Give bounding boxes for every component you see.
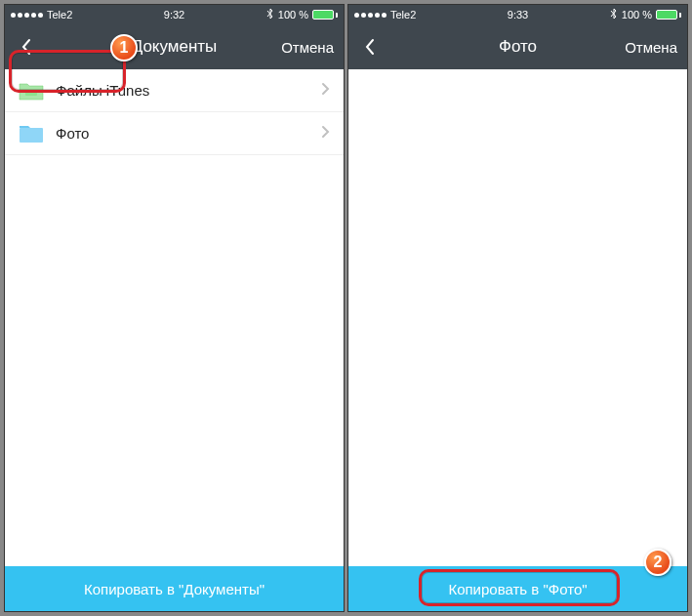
carrier-label: Tele2 — [47, 9, 72, 21]
chevron-left-icon — [20, 38, 32, 56]
carrier-label: Tele2 — [390, 9, 416, 21]
page-title: Документы — [132, 37, 218, 57]
cancel-button[interactable]: Отмена — [625, 39, 677, 56]
status-bar: Tele2 9:33 100 % — [348, 5, 687, 24]
copy-button-label: Копировать в "Документы" — [84, 581, 265, 597]
battery-label: 100 % — [622, 9, 652, 21]
copy-button-label: Копировать в "Фото" — [448, 581, 587, 597]
chevron-right-icon — [321, 125, 330, 143]
copy-button[interactable]: Копировать в "Фото" 2 — [348, 566, 687, 611]
clock-label: 9:32 — [164, 9, 184, 21]
navigation-bar: Фото Отмена — [348, 24, 687, 69]
phone-right: Tele2 9:33 100 % Фото Отмена — [347, 4, 688, 612]
content-area — [348, 69, 687, 566]
signal-icon — [354, 13, 387, 18]
list-item-photo[interactable]: Фото — [5, 112, 344, 155]
chevron-left-icon — [364, 38, 376, 56]
svg-rect-0 — [25, 91, 37, 96]
navigation-bar: Документы Отмена — [5, 24, 344, 69]
content-area: Файлы iTunes Фото 1 — [5, 69, 344, 566]
cancel-button[interactable]: Отмена — [281, 39, 334, 56]
bluetooth-icon — [266, 8, 274, 21]
battery-icon — [312, 10, 338, 20]
svg-rect-1 — [20, 128, 43, 143]
back-button[interactable] — [358, 35, 382, 59]
signal-icon — [11, 13, 43, 18]
copy-button[interactable]: Копировать в "Документы" — [5, 566, 344, 611]
list-item-itunes[interactable]: Файлы iTunes — [5, 69, 344, 112]
list-item-label: Фото — [56, 125, 309, 142]
clock-label: 9:33 — [508, 9, 528, 21]
chevron-right-icon — [321, 82, 330, 100]
folder-icon — [19, 123, 44, 144]
list-item-label: Файлы iTunes — [56, 82, 309, 99]
status-bar: Tele2 9:32 100 % — [5, 5, 344, 24]
back-button[interactable] — [15, 35, 38, 59]
battery-icon — [656, 10, 681, 20]
bluetooth-icon — [610, 8, 618, 21]
battery-label: 100 % — [278, 9, 308, 21]
page-title: Фото — [499, 37, 537, 57]
folder-icon — [19, 80, 44, 102]
phone-left: Tele2 9:32 100 % Документы Отмена — [4, 4, 345, 612]
